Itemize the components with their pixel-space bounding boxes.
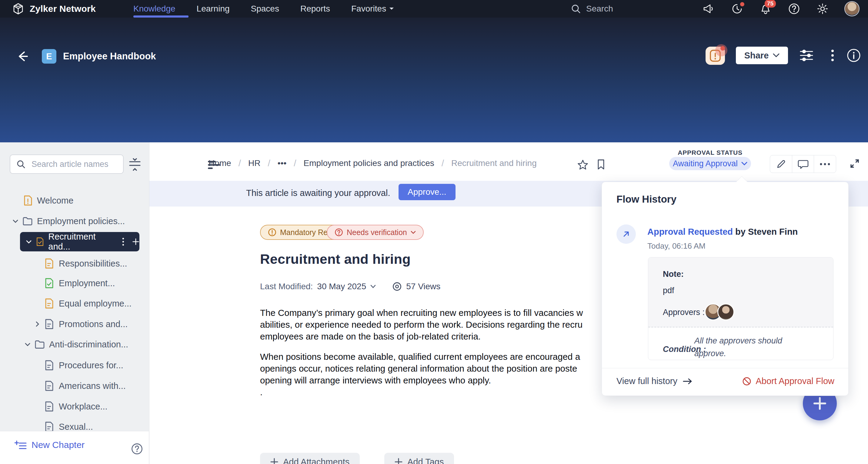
abort-icon [742, 377, 751, 386]
favorites-label: Favorites [351, 4, 386, 13]
user-avatar[interactable] [844, 1, 860, 16]
tree-item-label: Welcome [37, 196, 73, 206]
search-icon [17, 160, 26, 169]
fullscreen-icon[interactable] [848, 158, 861, 170]
new-chapter-button[interactable]: New Chapter [14, 440, 85, 450]
needs-verification-label: Needs verification [347, 228, 407, 237]
announcements-icon[interactable] [702, 2, 715, 15]
plus-icon [395, 458, 402, 464]
zylker-logo-icon [11, 2, 25, 16]
doc-alert-icon [23, 195, 33, 206]
sidebar-item-employment[interactable]: Employment... [0, 273, 149, 293]
tree-item-label: Procedures for... [59, 360, 123, 370]
nav-tab-knowledge[interactable]: Knowledge [133, 4, 176, 13]
breadcrumb-ellipsis[interactable]: ••• [278, 158, 286, 168]
abort-label: Abort Approval Flow [755, 376, 834, 386]
note-value: pdf [663, 286, 674, 295]
abort-approval-flow-button[interactable]: Abort Approval Flow [742, 376, 834, 386]
sidebar-footer: New Chapter [0, 431, 149, 464]
doc-lines-icon [44, 401, 54, 412]
reminders-icon[interactable] [731, 2, 744, 15]
reminder-dot-badge [740, 2, 744, 6]
sidebar-item-employment-policies[interactable]: Employment policies... [0, 211, 149, 231]
star-icon[interactable] [577, 159, 588, 170]
sidebar-item-recruitment-selected[interactable]: Recruitment and... [20, 232, 140, 252]
top-navigation-bar: Zylker Network Knowledge Learning Spaces… [0, 0, 868, 18]
exclamation-circle-icon [268, 228, 276, 236]
edit-button[interactable] [770, 155, 792, 173]
breadcrumb-hr[interactable]: HR [248, 158, 260, 168]
chevron-down-icon[interactable] [26, 238, 32, 245]
tree-collapse-icon[interactable] [128, 158, 141, 171]
article-action-group [770, 155, 836, 173]
sidebar-item-americans-with[interactable]: Americans with... [0, 376, 149, 396]
nav-tab-reports[interactable]: Reports [300, 4, 330, 13]
last-modified-label: Last Modified: [260, 282, 313, 291]
sidebar-item-anti-discrimination[interactable]: Anti-discrimination... [0, 334, 149, 354]
pencil-icon [776, 159, 786, 169]
view-full-history-link[interactable]: View full history [616, 376, 692, 386]
sidebar-item-responsibilities[interactable]: Responsibilities... [0, 254, 149, 273]
body-line: openings occur, notices relating general… [260, 363, 583, 374]
chevron-down-icon[interactable] [24, 341, 31, 348]
needs-verification-tag[interactable]: Needs verification [327, 225, 424, 240]
breadcrumb-home[interactable]: Home [209, 158, 231, 168]
chevron-down-icon[interactable] [370, 285, 376, 288]
more-vertical-icon[interactable] [825, 48, 840, 63]
help-icon[interactable] [131, 443, 143, 455]
breadcrumb-separator: / [441, 158, 444, 168]
folder-icon [23, 217, 33, 226]
comment-button[interactable] [792, 155, 814, 173]
display-settings-icon[interactable] [799, 48, 814, 63]
flow-history-title: Flow History [616, 194, 677, 205]
sidebar-item-promotions[interactable]: Promotions and... [0, 314, 149, 334]
chevron-right-icon[interactable] [34, 321, 41, 327]
add-tags-label: Add Tags [407, 457, 444, 464]
nav-tab-learning[interactable]: Learning [197, 4, 230, 13]
popup-footer: View full history Abort Approval Flow [602, 368, 848, 396]
brand[interactable]: Zylker Network [11, 0, 96, 18]
breadcrumb: Home / HR / ••• / Employment policies an… [209, 158, 537, 168]
nav-tab-favorites[interactable]: Favorites [351, 4, 394, 13]
tree-item-label: Employment policies... [37, 216, 125, 226]
nav-tab-spaces[interactable]: Spaces [251, 4, 279, 13]
body-line: The Company’s primary goal when recruiti… [260, 307, 583, 319]
workspace-header-band: E Employee Handbook Share [0, 18, 868, 142]
active-tab-underline [133, 15, 188, 18]
approve-button[interactable]: Approve... [399, 184, 456, 200]
sidebar-item-workplace[interactable]: Workplace... [0, 396, 149, 417]
sidebar-item-equal-employment[interactable]: Equal employme... [0, 294, 149, 313]
chevron-down-icon [741, 162, 747, 166]
chevron-down-icon[interactable] [12, 218, 19, 225]
doc-lines-icon [44, 421, 54, 432]
sidebar-item-welcome[interactable]: Welcome [0, 191, 149, 210]
bookmark-icon[interactable] [596, 159, 606, 170]
info-icon[interactable] [846, 48, 861, 63]
add-article-icon[interactable] [132, 237, 140, 246]
sidebar-search-input[interactable] [31, 159, 120, 169]
help-icon[interactable] [787, 2, 801, 15]
breadcrumb-employment-policies[interactable]: Employment policies and practices [304, 158, 434, 168]
share-button[interactable]: Share [736, 47, 788, 64]
breadcrumb-current: Recruitment and hiring [451, 158, 537, 168]
doc-check-icon [44, 278, 54, 289]
approval-status-dropdown[interactable]: Awaiting Approval [669, 157, 751, 170]
approval-requested-link[interactable]: Approval Requested [647, 227, 733, 236]
notifications-bell-icon[interactable]: 75 [759, 2, 772, 15]
back-arrow-icon[interactable] [15, 49, 30, 64]
add-tags-button[interactable]: Add Tags [384, 453, 454, 464]
alert-tile[interactable] [706, 47, 725, 65]
sidebar-item-procedures[interactable]: Procedures for... [0, 355, 149, 375]
more-vertical-icon[interactable] [122, 237, 124, 246]
add-attachments-button[interactable]: Add Attachments [260, 453, 360, 464]
search-icon [571, 4, 581, 13]
new-chapter-label: New Chapter [32, 440, 85, 450]
settings-gear-icon[interactable] [816, 2, 829, 15]
views-icon [392, 282, 402, 291]
chevron-down-icon [411, 231, 416, 234]
approver-avatar[interactable] [717, 303, 734, 321]
global-search[interactable]: Search [571, 0, 613, 18]
sidebar-search-box[interactable] [10, 155, 124, 174]
book-initial: E [46, 52, 52, 62]
more-actions-button[interactable] [814, 155, 836, 173]
